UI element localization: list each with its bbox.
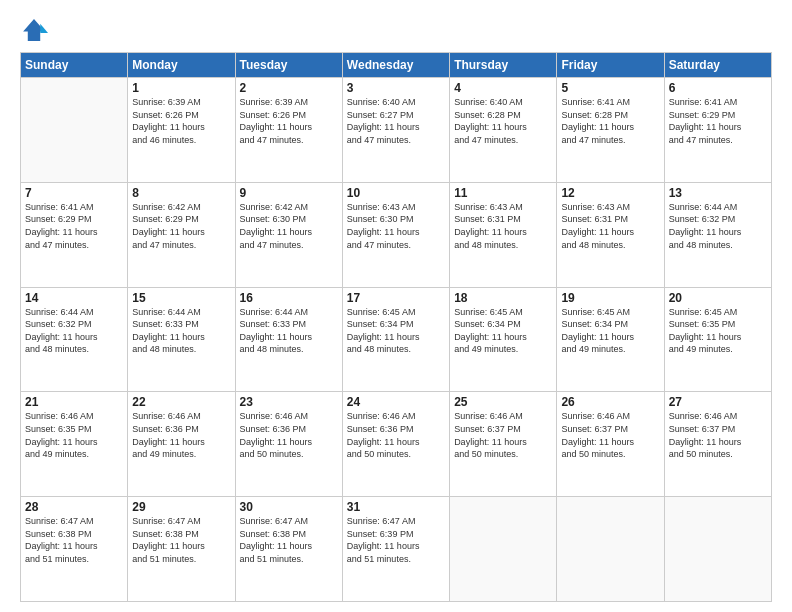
day-info: Sunrise: 6:39 AM Sunset: 6:26 PM Dayligh… bbox=[132, 96, 230, 146]
weekday-header-monday: Monday bbox=[128, 53, 235, 78]
day-cell: 8Sunrise: 6:42 AM Sunset: 6:29 PM Daylig… bbox=[128, 182, 235, 287]
day-cell bbox=[21, 78, 128, 183]
day-cell: 21Sunrise: 6:46 AM Sunset: 6:35 PM Dayli… bbox=[21, 392, 128, 497]
day-info: Sunrise: 6:41 AM Sunset: 6:29 PM Dayligh… bbox=[25, 201, 123, 251]
day-cell: 23Sunrise: 6:46 AM Sunset: 6:36 PM Dayli… bbox=[235, 392, 342, 497]
day-cell: 3Sunrise: 6:40 AM Sunset: 6:27 PM Daylig… bbox=[342, 78, 449, 183]
day-info: Sunrise: 6:47 AM Sunset: 6:38 PM Dayligh… bbox=[25, 515, 123, 565]
day-info: Sunrise: 6:45 AM Sunset: 6:34 PM Dayligh… bbox=[347, 306, 445, 356]
week-row-2: 7Sunrise: 6:41 AM Sunset: 6:29 PM Daylig… bbox=[21, 182, 772, 287]
week-row-5: 28Sunrise: 6:47 AM Sunset: 6:38 PM Dayli… bbox=[21, 497, 772, 602]
day-number: 23 bbox=[240, 395, 338, 409]
day-info: Sunrise: 6:43 AM Sunset: 6:31 PM Dayligh… bbox=[561, 201, 659, 251]
weekday-header-row: SundayMondayTuesdayWednesdayThursdayFrid… bbox=[21, 53, 772, 78]
day-number: 21 bbox=[25, 395, 123, 409]
week-row-4: 21Sunrise: 6:46 AM Sunset: 6:35 PM Dayli… bbox=[21, 392, 772, 497]
day-info: Sunrise: 6:45 AM Sunset: 6:34 PM Dayligh… bbox=[454, 306, 552, 356]
day-cell: 10Sunrise: 6:43 AM Sunset: 6:30 PM Dayli… bbox=[342, 182, 449, 287]
day-number: 28 bbox=[25, 500, 123, 514]
day-number: 26 bbox=[561, 395, 659, 409]
weekday-header-wednesday: Wednesday bbox=[342, 53, 449, 78]
day-cell: 31Sunrise: 6:47 AM Sunset: 6:39 PM Dayli… bbox=[342, 497, 449, 602]
day-number: 31 bbox=[347, 500, 445, 514]
day-cell bbox=[557, 497, 664, 602]
day-cell bbox=[450, 497, 557, 602]
day-cell: 18Sunrise: 6:45 AM Sunset: 6:34 PM Dayli… bbox=[450, 287, 557, 392]
day-cell: 20Sunrise: 6:45 AM Sunset: 6:35 PM Dayli… bbox=[664, 287, 771, 392]
day-cell: 13Sunrise: 6:44 AM Sunset: 6:32 PM Dayli… bbox=[664, 182, 771, 287]
day-info: Sunrise: 6:44 AM Sunset: 6:32 PM Dayligh… bbox=[25, 306, 123, 356]
calendar-table: SundayMondayTuesdayWednesdayThursdayFrid… bbox=[20, 52, 772, 602]
day-cell: 1Sunrise: 6:39 AM Sunset: 6:26 PM Daylig… bbox=[128, 78, 235, 183]
day-cell: 2Sunrise: 6:39 AM Sunset: 6:26 PM Daylig… bbox=[235, 78, 342, 183]
day-number: 24 bbox=[347, 395, 445, 409]
day-cell: 15Sunrise: 6:44 AM Sunset: 6:33 PM Dayli… bbox=[128, 287, 235, 392]
weekday-header-tuesday: Tuesday bbox=[235, 53, 342, 78]
day-info: Sunrise: 6:46 AM Sunset: 6:37 PM Dayligh… bbox=[454, 410, 552, 460]
day-cell: 7Sunrise: 6:41 AM Sunset: 6:29 PM Daylig… bbox=[21, 182, 128, 287]
day-info: Sunrise: 6:40 AM Sunset: 6:27 PM Dayligh… bbox=[347, 96, 445, 146]
day-info: Sunrise: 6:47 AM Sunset: 6:38 PM Dayligh… bbox=[132, 515, 230, 565]
week-row-1: 1Sunrise: 6:39 AM Sunset: 6:26 PM Daylig… bbox=[21, 78, 772, 183]
page: SundayMondayTuesdayWednesdayThursdayFrid… bbox=[0, 0, 792, 612]
day-cell: 4Sunrise: 6:40 AM Sunset: 6:28 PM Daylig… bbox=[450, 78, 557, 183]
day-info: Sunrise: 6:44 AM Sunset: 6:33 PM Dayligh… bbox=[240, 306, 338, 356]
day-number: 3 bbox=[347, 81, 445, 95]
day-cell: 28Sunrise: 6:47 AM Sunset: 6:38 PM Dayli… bbox=[21, 497, 128, 602]
day-info: Sunrise: 6:46 AM Sunset: 6:36 PM Dayligh… bbox=[132, 410, 230, 460]
day-number: 8 bbox=[132, 186, 230, 200]
day-cell: 6Sunrise: 6:41 AM Sunset: 6:29 PM Daylig… bbox=[664, 78, 771, 183]
day-number: 2 bbox=[240, 81, 338, 95]
logo-icon bbox=[20, 16, 48, 44]
day-number: 19 bbox=[561, 291, 659, 305]
day-number: 18 bbox=[454, 291, 552, 305]
day-info: Sunrise: 6:39 AM Sunset: 6:26 PM Dayligh… bbox=[240, 96, 338, 146]
day-cell: 24Sunrise: 6:46 AM Sunset: 6:36 PM Dayli… bbox=[342, 392, 449, 497]
day-number: 5 bbox=[561, 81, 659, 95]
day-info: Sunrise: 6:47 AM Sunset: 6:38 PM Dayligh… bbox=[240, 515, 338, 565]
day-info: Sunrise: 6:45 AM Sunset: 6:34 PM Dayligh… bbox=[561, 306, 659, 356]
day-cell: 27Sunrise: 6:46 AM Sunset: 6:37 PM Dayli… bbox=[664, 392, 771, 497]
svg-marker-1 bbox=[40, 24, 48, 33]
day-info: Sunrise: 6:46 AM Sunset: 6:36 PM Dayligh… bbox=[240, 410, 338, 460]
day-cell: 9Sunrise: 6:42 AM Sunset: 6:30 PM Daylig… bbox=[235, 182, 342, 287]
day-cell: 12Sunrise: 6:43 AM Sunset: 6:31 PM Dayli… bbox=[557, 182, 664, 287]
day-cell: 30Sunrise: 6:47 AM Sunset: 6:38 PM Dayli… bbox=[235, 497, 342, 602]
day-number: 10 bbox=[347, 186, 445, 200]
day-number: 15 bbox=[132, 291, 230, 305]
day-cell: 19Sunrise: 6:45 AM Sunset: 6:34 PM Dayli… bbox=[557, 287, 664, 392]
day-info: Sunrise: 6:41 AM Sunset: 6:28 PM Dayligh… bbox=[561, 96, 659, 146]
day-number: 12 bbox=[561, 186, 659, 200]
day-info: Sunrise: 6:44 AM Sunset: 6:32 PM Dayligh… bbox=[669, 201, 767, 251]
day-info: Sunrise: 6:42 AM Sunset: 6:30 PM Dayligh… bbox=[240, 201, 338, 251]
day-cell: 5Sunrise: 6:41 AM Sunset: 6:28 PM Daylig… bbox=[557, 78, 664, 183]
day-info: Sunrise: 6:43 AM Sunset: 6:30 PM Dayligh… bbox=[347, 201, 445, 251]
day-cell: 17Sunrise: 6:45 AM Sunset: 6:34 PM Dayli… bbox=[342, 287, 449, 392]
day-cell: 16Sunrise: 6:44 AM Sunset: 6:33 PM Dayli… bbox=[235, 287, 342, 392]
day-info: Sunrise: 6:40 AM Sunset: 6:28 PM Dayligh… bbox=[454, 96, 552, 146]
day-number: 4 bbox=[454, 81, 552, 95]
day-number: 22 bbox=[132, 395, 230, 409]
day-info: Sunrise: 6:43 AM Sunset: 6:31 PM Dayligh… bbox=[454, 201, 552, 251]
day-cell: 14Sunrise: 6:44 AM Sunset: 6:32 PM Dayli… bbox=[21, 287, 128, 392]
day-cell bbox=[664, 497, 771, 602]
logo bbox=[20, 16, 50, 44]
day-number: 20 bbox=[669, 291, 767, 305]
day-info: Sunrise: 6:44 AM Sunset: 6:33 PM Dayligh… bbox=[132, 306, 230, 356]
weekday-header-saturday: Saturday bbox=[664, 53, 771, 78]
day-info: Sunrise: 6:42 AM Sunset: 6:29 PM Dayligh… bbox=[132, 201, 230, 251]
day-number: 13 bbox=[669, 186, 767, 200]
day-cell: 25Sunrise: 6:46 AM Sunset: 6:37 PM Dayli… bbox=[450, 392, 557, 497]
day-number: 29 bbox=[132, 500, 230, 514]
day-info: Sunrise: 6:46 AM Sunset: 6:37 PM Dayligh… bbox=[561, 410, 659, 460]
day-info: Sunrise: 6:41 AM Sunset: 6:29 PM Dayligh… bbox=[669, 96, 767, 146]
day-number: 6 bbox=[669, 81, 767, 95]
day-number: 11 bbox=[454, 186, 552, 200]
day-info: Sunrise: 6:47 AM Sunset: 6:39 PM Dayligh… bbox=[347, 515, 445, 565]
day-cell: 22Sunrise: 6:46 AM Sunset: 6:36 PM Dayli… bbox=[128, 392, 235, 497]
day-cell: 11Sunrise: 6:43 AM Sunset: 6:31 PM Dayli… bbox=[450, 182, 557, 287]
week-row-3: 14Sunrise: 6:44 AM Sunset: 6:32 PM Dayli… bbox=[21, 287, 772, 392]
day-number: 17 bbox=[347, 291, 445, 305]
day-info: Sunrise: 6:45 AM Sunset: 6:35 PM Dayligh… bbox=[669, 306, 767, 356]
day-info: Sunrise: 6:46 AM Sunset: 6:37 PM Dayligh… bbox=[669, 410, 767, 460]
